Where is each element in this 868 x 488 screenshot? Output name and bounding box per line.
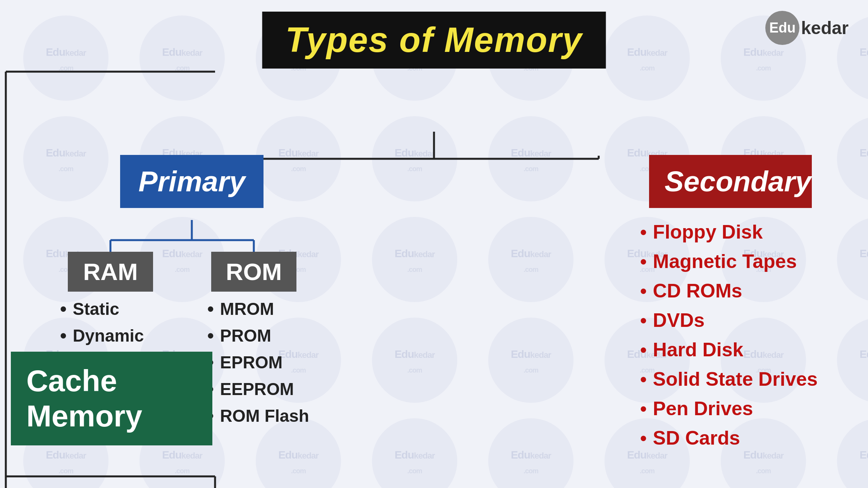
secondary-item-3: CD ROMs [640,280,818,302]
ram-item-1: Static [60,298,144,320]
secondary-item-7: Pen Drives [640,397,818,420]
rom-item-5: ROM Flash [207,405,309,426]
primary-label: Primary [138,165,245,198]
ram-item-2: Dynamic [60,325,144,346]
rom-item-4: EEPROM [207,378,309,400]
title-box: Types of Memory [262,12,606,69]
secondary-item-1: Floppy Disk [640,221,818,243]
secondary-label: Secondary [665,165,811,198]
rom-item-3: EPROM [207,352,309,373]
diagram: Primary Secondary RAM ROM Static Dynamic… [0,66,868,488]
main-content: Edu kedar Types of Memory [0,0,868,488]
title-text: Types of Memory [286,21,583,59]
secondary-box: Secondary [649,155,812,208]
rom-list: MROM PROM EPROM EEPROM ROM Flash [207,298,309,432]
secondary-item-2: Magnetic Tapes [640,250,818,273]
ram-box: RAM [68,252,153,292]
rom-item-2: PROM [207,325,309,346]
cache-label: Cache Memory [26,364,142,433]
secondary-item-8: SD Cards [640,427,818,449]
primary-box: Primary [120,155,264,208]
secondary-item-5: Hard Disk [640,339,818,361]
logo-edu-text: Edu [769,20,796,36]
rom-item-1: MROM [207,298,309,320]
logo-circle: Edu [765,11,799,45]
logo: Edu kedar [765,11,849,45]
rom-label: ROM [226,258,282,285]
secondary-item-6: Solid State Drives [640,368,818,390]
rom-box: ROM [211,252,296,292]
logo-kedar-text: kedar [801,17,849,38]
secondary-item-4: DVDs [640,309,818,332]
ram-list: Static Dynamic [60,298,144,352]
cache-box: Cache Memory [11,352,212,445]
ram-label: RAM [83,258,138,285]
secondary-list: Floppy Disk Magnetic Tapes CD ROMs DVDs … [640,221,818,456]
